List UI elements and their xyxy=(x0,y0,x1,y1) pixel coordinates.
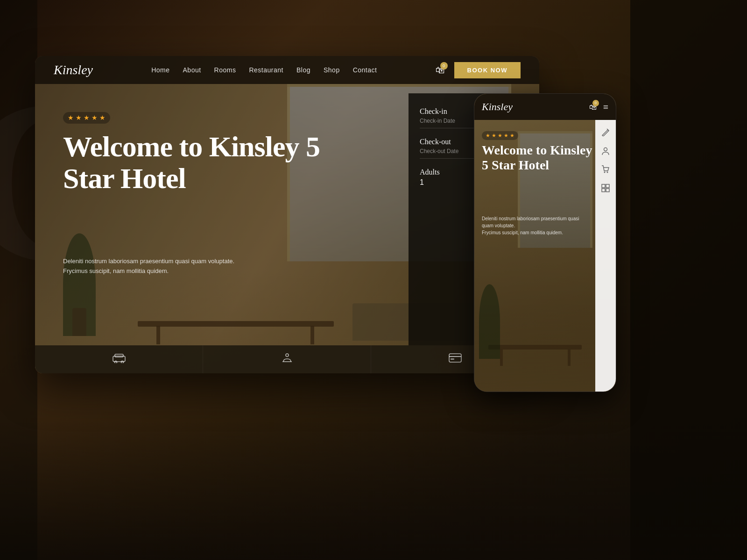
star-2: ★ xyxy=(76,114,82,122)
svg-rect-15 xyxy=(602,189,605,192)
mobile-star-2: ★ xyxy=(492,133,496,139)
svg-point-12 xyxy=(607,172,608,173)
mobile-star-5: ★ xyxy=(510,133,514,139)
toolbar-cart-button[interactable] xyxy=(597,161,614,178)
toolbar-grid-button[interactable] xyxy=(597,180,614,196)
svg-rect-13 xyxy=(602,184,605,188)
cart-button[interactable]: 🛍 0 xyxy=(436,65,445,76)
svg-point-11 xyxy=(604,172,606,173)
mobile-cart-badge: 0 xyxy=(592,100,599,106)
cart-badge: 0 xyxy=(440,62,448,70)
book-now-button[interactable]: BOOK NOW xyxy=(454,62,521,78)
desktop-mockup: Kinsley Home About Rooms Restaurant Blog… xyxy=(35,56,539,373)
desktop-header-right: 🛍 0 BOOK NOW xyxy=(436,62,521,78)
mobile-star-3: ★ xyxy=(498,133,502,139)
desktop-bottom-bar xyxy=(35,345,539,373)
mobile-menu-icon[interactable]: ≡ xyxy=(603,102,608,112)
desktop-hero-subtitle: Deleniti nostrum laboriosam praesentium … xyxy=(63,257,352,276)
star-5: ★ xyxy=(99,114,106,122)
mobile-hero-subtitle: Deleniti nostrum laboriosam praesentium … xyxy=(482,215,588,236)
mobile-logo[interactable]: Kinsley xyxy=(482,101,513,113)
mobile-cart-button[interactable]: 🛍 0 xyxy=(589,102,597,112)
credit-icon xyxy=(449,353,462,365)
svg-rect-1 xyxy=(115,354,123,357)
toolbar-edit-button[interactable] xyxy=(597,124,614,140)
nav-rooms[interactable]: Rooms xyxy=(214,66,236,74)
mobile-star-4: ★ xyxy=(504,133,508,139)
concierge-icon xyxy=(282,352,293,366)
desktop-nav: Home About Rooms Restaurant Blog Shop Co… xyxy=(151,66,377,74)
mobile-star-1: ★ xyxy=(486,133,490,139)
mobile-mockup: Kinsley 🛍 0 ≡ ★ ★ ★ ★ ★ Welcome to Kinsl… xyxy=(474,93,616,392)
bottom-taxi[interactable] xyxy=(35,345,203,373)
star-1: ★ xyxy=(68,114,74,122)
nav-shop[interactable]: Shop xyxy=(324,66,340,74)
svg-rect-8 xyxy=(451,358,454,360)
bottom-concierge[interactable] xyxy=(203,345,371,373)
svg-rect-14 xyxy=(606,184,609,188)
svg-point-10 xyxy=(604,148,607,151)
star-4: ★ xyxy=(92,114,98,122)
toolbar-user-button[interactable] xyxy=(597,142,614,159)
mobile-star-rating: ★ ★ ★ ★ ★ xyxy=(482,131,518,140)
desktop-hero-title: Welcome to Kinsley 5 Star Hotel xyxy=(63,131,352,194)
svg-rect-6 xyxy=(449,354,461,362)
mobile-header: Kinsley 🛍 0 ≡ xyxy=(474,94,616,120)
desktop-star-rating: ★ ★ ★ ★ ★ xyxy=(63,112,110,124)
mobile-toolbar xyxy=(595,120,616,392)
nav-about[interactable]: About xyxy=(183,66,201,74)
desktop-logo[interactable]: Kinsley xyxy=(54,63,93,77)
nav-blog[interactable]: Blog xyxy=(296,66,310,74)
nav-home[interactable]: Home xyxy=(151,66,169,74)
svg-point-4 xyxy=(286,354,289,357)
nav-restaurant[interactable]: Restaurant xyxy=(249,66,283,74)
nav-contact[interactable]: Contact xyxy=(353,66,377,74)
mobile-hero-title: Welcome to Kinsley 5 Star Hotel xyxy=(482,143,592,173)
taxi-icon xyxy=(113,353,126,366)
desktop-header: Kinsley Home About Rooms Restaurant Blog… xyxy=(35,56,539,84)
star-3: ★ xyxy=(84,114,90,122)
mobile-header-icons: 🛍 0 ≡ xyxy=(589,102,608,112)
svg-rect-16 xyxy=(606,189,609,192)
